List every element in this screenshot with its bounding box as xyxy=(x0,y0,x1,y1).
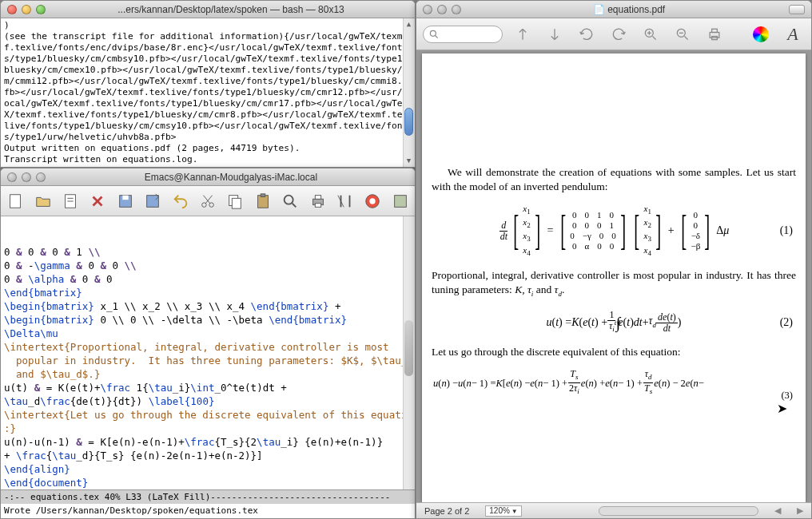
scroll-thumb[interactable] xyxy=(404,108,413,136)
zoom-in-icon[interactable] xyxy=(639,22,663,46)
preferences-icon[interactable] xyxy=(336,190,355,212)
preview-title: 📄 equations.pdf xyxy=(469,4,789,15)
editor-line: 0 & \alpha & 0 & 0 xyxy=(4,272,412,286)
svg-point-28 xyxy=(430,30,436,36)
equation-2: u(t) = K(e(t) + 1τi ∫0t e(t)dt + τd de(t… xyxy=(432,310,796,335)
zoom-select[interactable]: 120%▼ xyxy=(485,505,522,517)
new-file-icon[interactable] xyxy=(6,190,25,212)
editor-line: + \frac{\tau_d}{T_s} {e(n)-2e(n-1)+e(n-2… xyxy=(4,449,412,462)
zoom-icon[interactable] xyxy=(36,5,46,14)
editor-line: and $\tau_d$.} xyxy=(4,367,412,381)
terminal-window: ...ers/kannan/Desktop/latex/spoken — bas… xyxy=(0,0,416,168)
search-icon xyxy=(428,29,440,40)
save-as-icon[interactable] xyxy=(143,190,162,212)
equation-number: (2) xyxy=(780,315,793,330)
pdf-page: We will demonstrate the creation of equa… xyxy=(422,53,806,502)
svg-rect-37 xyxy=(710,32,719,38)
emacs-scrollbar[interactable] xyxy=(403,216,415,489)
paragraph: Proportional, integral, derivative contr… xyxy=(432,268,796,301)
svg-rect-0 xyxy=(10,194,21,208)
editor-line: \Delta\mu xyxy=(4,327,412,340)
scroll-thumb[interactable] xyxy=(404,320,413,376)
paragraph: Let us go through the discrete equivalen… xyxy=(432,345,796,359)
close-icon[interactable] xyxy=(7,5,17,14)
svg-rect-16 xyxy=(261,193,265,196)
emacs-editor[interactable]: 0 & 0 & 0 & 1 \\0 & -\gamma & 0 & 0 \\0 … xyxy=(1,216,415,489)
cut-icon[interactable] xyxy=(198,190,217,212)
scroll-down-icon[interactable]: ▼ xyxy=(404,156,413,165)
svg-rect-14 xyxy=(233,198,241,208)
print-icon[interactable] xyxy=(703,22,726,46)
dired-icon[interactable] xyxy=(61,190,80,212)
terminal-scrollbar[interactable]: ▲ ▼ xyxy=(403,18,415,167)
color-wheel-icon[interactable] xyxy=(749,22,773,46)
editor-line: \end{bmatrix} xyxy=(4,286,412,299)
preview-statusbar: Page 2 of 2 120%▼ ◀ ▶ xyxy=(416,502,811,518)
equation-3: u(n) − u(n − 1) = K[e(n) − e(n − 1) + Ts… xyxy=(432,369,796,398)
minimize-icon[interactable] xyxy=(437,5,447,14)
equation-number: (3) xyxy=(781,388,793,402)
terminal-line: (see the transcript file for additional … xyxy=(4,31,412,143)
next-page-icon[interactable] xyxy=(543,22,567,46)
close-icon[interactable] xyxy=(7,172,17,182)
editor-line: 0 & 0 & 0 & 1 \\ xyxy=(4,245,412,259)
editor-line: \tau_d\frac{de(t)}{dt}) \label{100} xyxy=(4,394,412,408)
close-icon[interactable] xyxy=(423,5,432,14)
zoom-icon[interactable] xyxy=(452,5,461,14)
svg-line-35 xyxy=(685,36,688,39)
equation-number: (1) xyxy=(780,224,793,238)
rotate-right-icon[interactable] xyxy=(607,22,631,46)
copy-icon[interactable] xyxy=(225,190,245,212)
editor-line: \end{align} xyxy=(4,462,412,476)
emacs-toolbar xyxy=(1,186,415,216)
editor-line: u(n)-u(n-1) & = K[e(n)-e(n-1)+\frac{T_s}… xyxy=(4,435,412,449)
zoom-out-icon[interactable] xyxy=(671,22,695,46)
page-nav-prev-icon[interactable]: ◀ xyxy=(774,505,781,516)
search-icon[interactable] xyxy=(281,190,300,212)
font-panel-icon[interactable]: A xyxy=(781,22,805,46)
svg-line-29 xyxy=(436,35,438,38)
scroll-up-icon[interactable]: ▲ xyxy=(404,20,413,29)
paragraph: We will demonstrate the creation of equa… xyxy=(432,165,796,194)
svg-rect-38 xyxy=(712,29,718,32)
latex-icon[interactable] xyxy=(391,190,410,212)
emacs-window: Emacs@Kannan-Moudgalyas-iMac.local 0 & 0… xyxy=(0,168,416,519)
minimize-icon[interactable] xyxy=(22,172,31,182)
emacs-title: Emacs@Kannan-Moudgalyas-iMac.local xyxy=(54,172,408,183)
emacs-titlebar: Emacs@Kannan-Moudgalyas-iMac.local xyxy=(1,168,415,186)
paste-icon[interactable] xyxy=(253,190,273,212)
zoom-icon[interactable] xyxy=(36,172,46,182)
svg-rect-8 xyxy=(147,195,159,207)
editor-line: \intertext{Proportional, integral, deriv… xyxy=(4,340,412,354)
editor-line: \begin{bmatrix} x_1 \\ x_2 \\ x_3 \\ x_4… xyxy=(4,299,412,313)
close-buffer-icon[interactable] xyxy=(88,190,107,212)
svg-rect-7 xyxy=(122,195,128,200)
save-icon[interactable] xyxy=(116,190,135,212)
undo-icon[interactable] xyxy=(170,190,189,212)
equation-1: ddt [x1x2x3x4] = [ 0010 0001 0−γ00 0α00 … xyxy=(432,204,796,259)
print-icon[interactable] xyxy=(308,190,327,212)
search-input[interactable] xyxy=(423,26,503,43)
terminal-line: ) xyxy=(4,20,412,31)
preview-toolbar: A xyxy=(416,18,811,50)
minimize-icon[interactable] xyxy=(22,5,31,14)
prev-page-icon[interactable] xyxy=(511,22,535,46)
proxy-icon[interactable] xyxy=(789,5,805,14)
help-icon[interactable] xyxy=(363,190,382,212)
svg-rect-21 xyxy=(315,203,320,207)
svg-line-31 xyxy=(653,36,656,39)
rotate-left-icon[interactable] xyxy=(575,22,599,46)
open-file-icon[interactable] xyxy=(33,190,52,212)
pdf-viewport[interactable]: We will demonstrate the creation of equa… xyxy=(416,50,811,502)
terminal-line: [kannan]: xyxy=(4,165,412,167)
cursor-icon: ➤ xyxy=(777,402,787,416)
editor-line: u(t) & = K(e(t)+\frac 1{\tau_i}\int_0^te… xyxy=(4,381,412,394)
svg-rect-15 xyxy=(257,195,268,208)
horizontal-scrollbar[interactable] xyxy=(599,506,758,516)
editor-line: \intertext{Let us go through the discret… xyxy=(4,408,412,422)
svg-point-26 xyxy=(370,198,376,204)
terminal-line: Transcript written on equations.log. xyxy=(4,154,412,165)
page-indicator: Page 2 of 2 xyxy=(424,506,469,516)
page-nav-next-icon[interactable]: ▶ xyxy=(797,505,803,516)
terminal-body[interactable]: )(see the transcript file for additional… xyxy=(1,18,415,167)
